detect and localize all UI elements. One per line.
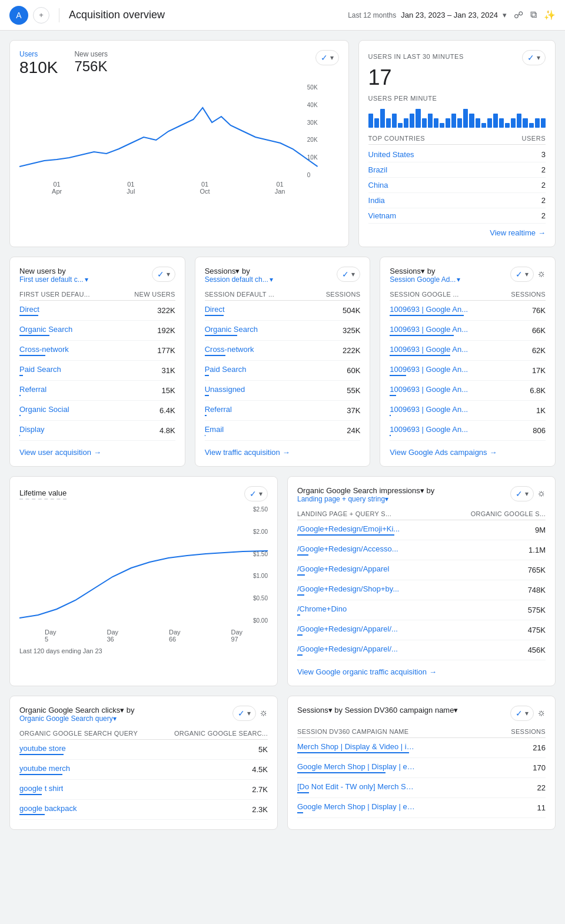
- acq-row-name[interactable]: Paid Search: [19, 365, 61, 374]
- sessions-metric-selector[interactable]: ✓ ▾: [337, 267, 360, 282]
- users-metric-selector[interactable]: ✓ ▾: [315, 50, 339, 65]
- organic-row-name[interactable]: /Chrome+Dino: [297, 604, 347, 613]
- organic-row-name[interactable]: /Google+Redesign/Apparel: [297, 564, 389, 573]
- acq-row-name[interactable]: Organic Social: [19, 405, 69, 414]
- dv360-bar: [297, 772, 385, 773]
- filter-icon[interactable]: ⛭: [537, 270, 546, 279]
- lv-header: Lifetime value ✓ ▾: [19, 486, 268, 501]
- country-name[interactable]: India: [368, 196, 385, 205]
- dv360-icons: ✓ ▾ ⛭: [510, 706, 546, 721]
- ads-name[interactable]: 1009693 | Google An...: [390, 385, 468, 394]
- sess-value: 222K: [343, 346, 360, 355]
- organic-name-block: /Google+Redesign/Accesso...: [297, 544, 398, 556]
- insights-icon[interactable]: ✨: [544, 9, 556, 21]
- dv360-name-block: Google Merch Shop | Display | everg...: [297, 762, 415, 773]
- realtime-metric-selector[interactable]: ✓ ▾: [522, 50, 546, 65]
- sess-name[interactable]: Referral: [205, 405, 232, 414]
- chevron-down-icon[interactable]: ▾: [270, 275, 273, 284]
- acq-bar: [390, 395, 396, 396]
- ads-name[interactable]: 1009693 | Google An...: [390, 305, 468, 314]
- acq-row-name[interactable]: Organic Search: [19, 325, 72, 334]
- dv360-metric-selector[interactable]: ✓ ▾: [510, 706, 534, 721]
- rt-bar: [410, 114, 414, 128]
- view-realtime-link[interactable]: View realtime →: [490, 228, 546, 237]
- sess-name[interactable]: Unassigned: [205, 385, 245, 394]
- lv-metric-selector[interactable]: ✓ ▾: [244, 486, 268, 501]
- rt-bar: [398, 123, 403, 128]
- organic-title-block: Organic Google Search impressions▾ by La…: [297, 486, 434, 503]
- ads-name-block: 1009693 | Google An...: [390, 345, 468, 356]
- date-dropdown-icon[interactable]: ▾: [503, 11, 507, 19]
- acq-row-name[interactable]: Direct: [19, 305, 39, 314]
- organic-row-name[interactable]: /Google+Redesign/Apparel/...: [297, 644, 398, 653]
- country-name[interactable]: Brazil: [368, 165, 388, 174]
- clicks-row: youtube store 5K: [19, 740, 268, 760]
- rt-bar: [541, 118, 546, 128]
- clicks-row-name[interactable]: google backpack: [19, 804, 77, 813]
- users-chart-svg: [19, 84, 318, 178]
- country-name[interactable]: United States: [368, 150, 414, 159]
- filter-icon[interactable]: ⛭: [537, 489, 546, 498]
- organic-row-name[interactable]: /Google+Redesign/Apparel/...: [297, 624, 398, 633]
- organic-row-name[interactable]: /Google+Redesign/Shop+by...: [297, 584, 399, 593]
- acq-row-name[interactable]: Cross-network: [19, 345, 69, 354]
- acq-row-name-block: Direct: [19, 305, 39, 316]
- country-name[interactable]: Vietnam: [368, 211, 396, 220]
- edit-icon[interactable]: ☍: [514, 9, 523, 21]
- share-icon[interactable]: ⧉: [530, 9, 537, 21]
- x-label-oct: 01Oct: [200, 181, 210, 195]
- chevron-down-icon[interactable]: ▾: [85, 275, 88, 284]
- clicks-metric-selector[interactable]: ✓ ▾: [232, 706, 256, 721]
- dv360-row-name[interactable]: Google Merch Shop | Display | everg...: [297, 802, 415, 811]
- row-top: Users 810K New users 756K ✓ ▾: [9, 40, 556, 247]
- sess-name[interactable]: Organic Search: [205, 325, 258, 334]
- organic-row-name[interactable]: /Google+Redesign/Emoji+Ki...: [297, 524, 400, 533]
- sess-name[interactable]: Cross-network: [205, 345, 254, 354]
- view-organic-link[interactable]: View Google organic traffic acquisition …: [297, 667, 546, 676]
- acq-row-name[interactable]: Referral: [19, 385, 46, 394]
- ads-name[interactable]: 1009693 | Google An...: [390, 365, 468, 374]
- lv-x-labels: Day5 Day36 Day66 Day97: [19, 629, 268, 643]
- acq-row-name-block: Cross-network: [19, 345, 69, 356]
- add-property-button[interactable]: +: [33, 7, 49, 24]
- clicks-row-name[interactable]: youtube store: [19, 744, 66, 753]
- ads-name[interactable]: 1009693 | Google An...: [390, 425, 468, 434]
- ads-value: 66K: [532, 326, 546, 335]
- ads-name[interactable]: 1009693 | Google An...: [390, 325, 468, 334]
- new-users-metric-selector[interactable]: ✓ ▾: [152, 267, 175, 282]
- view-user-acq-link[interactable]: View user acquisition →: [19, 448, 175, 457]
- acq-row-name[interactable]: Display: [19, 425, 45, 434]
- organic-bar: [297, 654, 303, 656]
- view-ads-link[interactable]: View Google Ads campaigns →: [390, 448, 546, 457]
- dv360-row-name[interactable]: Google Merch Shop | Display | everg...: [297, 762, 415, 771]
- filter-icon[interactable]: ⛭: [537, 709, 546, 718]
- clicks-name-block: youtube store: [19, 744, 66, 755]
- row-acquisition: New users by First user default c... ▾ ✓…: [9, 257, 556, 467]
- chevron-down-icon: ▾: [525, 270, 529, 278]
- organic-metric-selector[interactable]: ✓ ▾: [510, 486, 534, 501]
- y-label-0: 0: [307, 172, 318, 178]
- clicks-title-main: Organic Google Search clicks▾ by: [19, 706, 135, 714]
- chevron-down-icon: ▾: [330, 54, 334, 62]
- dv360-title-main: Sessions▾ by Session DV360 campaign name…: [297, 706, 458, 714]
- country-name[interactable]: China: [368, 181, 388, 190]
- organic-row-name[interactable]: /Google+Redesign/Accesso...: [297, 544, 398, 553]
- ads-name[interactable]: 1009693 | Google An...: [390, 345, 468, 354]
- sessions-ads-metric-selector[interactable]: ✓ ▾: [510, 267, 534, 282]
- chevron-down-icon[interactable]: ▾: [457, 275, 460, 284]
- dv360-row-name[interactable]: Merch Shop | Display & Video | impr...: [297, 742, 415, 751]
- ads-name[interactable]: 1009693 | Google An...: [390, 405, 468, 414]
- sess-row: Unassigned 55K: [205, 381, 361, 401]
- dv360-row-name[interactable]: [Do Not Edit - TW only] Merch Shop |...: [297, 782, 415, 791]
- clicks-row-name[interactable]: youtube merch: [19, 764, 70, 773]
- lv-title: Lifetime value: [19, 488, 67, 500]
- avatar: A: [9, 6, 28, 25]
- clicks-row-name[interactable]: google t shirt: [19, 784, 63, 793]
- filter-icon[interactable]: ⛭: [260, 709, 268, 718]
- sess-name[interactable]: Paid Search: [205, 365, 247, 374]
- sess-name[interactable]: Email: [205, 425, 224, 434]
- acq-row-name-block: Organic Social: [19, 405, 69, 416]
- view-traffic-acq-link[interactable]: View traffic acquisition →: [205, 448, 361, 457]
- sess-name[interactable]: Direct: [205, 305, 225, 314]
- rt-bar: [523, 118, 527, 128]
